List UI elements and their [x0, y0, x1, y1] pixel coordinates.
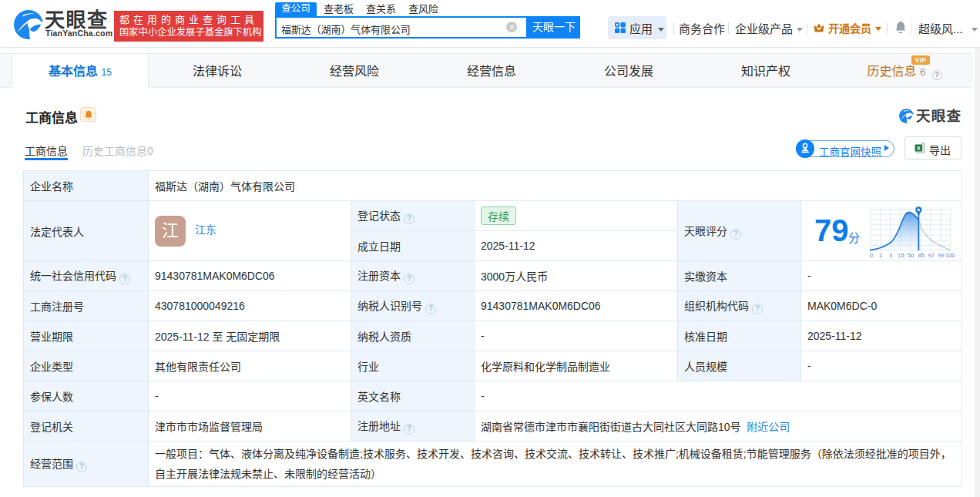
svg-text:97: 97 [928, 251, 934, 258]
svg-text:100: 100 [945, 251, 955, 258]
svg-text:X: X [917, 145, 921, 152]
svg-text:85: 85 [918, 251, 924, 258]
svg-text:50: 50 [908, 251, 914, 258]
svg-text:15: 15 [898, 251, 904, 258]
svg-text:1: 1 [878, 251, 881, 258]
svg-text:3: 3 [888, 251, 891, 258]
svg-text:0: 0 [870, 251, 873, 258]
svg-text:99: 99 [938, 251, 944, 258]
